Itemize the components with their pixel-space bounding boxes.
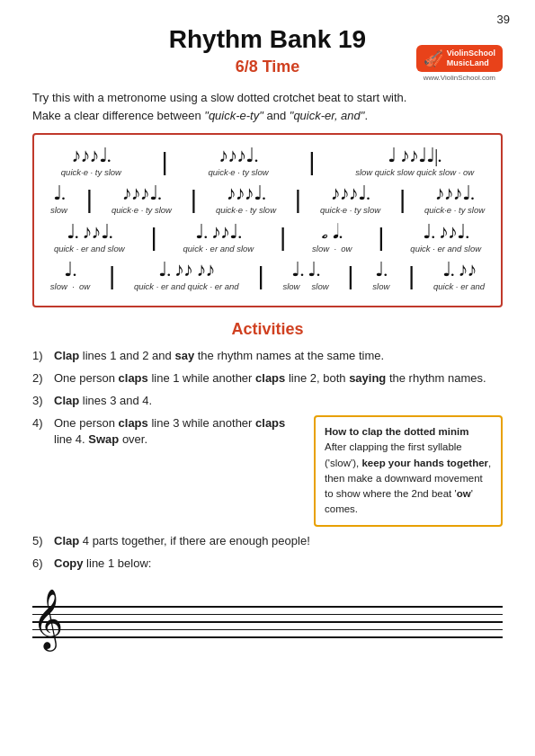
note-group: ♩. ♩. slow slow: [282, 260, 328, 291]
staff-line-1: [32, 606, 503, 608]
note-group: ♩. slow: [50, 183, 67, 215]
staff-line-4: [32, 629, 503, 631]
rhythm-row-2: ♩. slow | ♪♪♪♩. quick·e · ty slow | ♪♪♪♩…: [45, 182, 490, 218]
activity-item-2: 2) One person claps line 1 while another…: [32, 370, 503, 387]
activity-item-6: 6) Copy line 1 below:: [32, 556, 503, 572]
page: 39 Rhythm Bank 19 6/8 Time 🎻 ViolinSchoo…: [0, 0, 535, 756]
staff-wrapper: 𝄞: [32, 593, 503, 661]
page-number: 39: [497, 13, 510, 26]
note-group: ♩. ♪♪ quick · er and: [433, 260, 485, 291]
rhythm-row-4: ♩. slow · ow | ♩. ♪♪ ♪♪ quick · er and q…: [45, 258, 490, 294]
note-group: ♪♪♪♩. quick·e · ty slow: [111, 183, 172, 215]
staff-lines: [32, 606, 503, 638]
logo-box: 🎻 ViolinSchool MusicLand: [416, 45, 503, 72]
activity-item-4: 4) How to clap the dotted minim After cl…: [32, 415, 503, 527]
violin-icon: 🎻: [424, 49, 443, 68]
note-group: ♪♪♪♩. quick·e · ty slow: [320, 183, 380, 215]
note-group: ♪♪♪♩. quick·e · ty slow: [61, 146, 121, 177]
intro-text: Try this with a metronome using a slow d…: [32, 89, 503, 124]
note-group: ♩. ♪♪♩. quick · er and slow: [410, 222, 481, 253]
activities-list: 1) Clap lines 1 and 2 and say the rhythm…: [32, 348, 503, 572]
activities-section: 1) Clap lines 1 and 2 and say the rhythm…: [32, 348, 503, 572]
note-group: ♩. ♪♪♩. quick · er and slow: [54, 222, 125, 253]
rhythm-row-3: ♩. ♪♪♩. quick · er and slow | ♩. ♪♪♩. qu…: [45, 220, 490, 256]
note-group: ♩. slow: [372, 260, 389, 291]
note-group: ♩. ♪♪♩. quick · er and slow: [183, 222, 254, 253]
tip-box: How to clap the dotted minim After clapp…: [314, 415, 503, 527]
activity-item-5: 5) Clap 4 parts together, if there are e…: [32, 533, 503, 549]
activity-item-1: 1) Clap lines 1 and 2 and say the rhythm…: [32, 348, 503, 364]
note-group: ♪♪♪♩. quick·e · ty slow: [424, 183, 485, 215]
logo-area: 🎻 ViolinSchool MusicLand www.ViolinSchoo…: [416, 45, 503, 82]
staff-line-5: [32, 636, 503, 638]
logo-url: www.ViolinSchool.com: [416, 74, 503, 82]
staff-line-3: [32, 621, 503, 623]
note-group: ♩. slow · ow: [50, 260, 90, 291]
rhythm-box: ♪♪♪♩. quick·e · ty slow | ♪♪♪♩. quick·e …: [32, 133, 503, 307]
rhythm-row-1: ♪♪♪♩. quick·e · ty slow | ♪♪♪♩. quick·e …: [45, 144, 490, 180]
note-group: 𝅗. ♩. slow · ow: [312, 222, 352, 253]
tip-title: How to clap the dotted minim: [325, 426, 468, 437]
logo-text: ViolinSchool MusicLand: [447, 49, 495, 68]
note-group: ♩. ♪♪ ♪♪ quick · er and quick · er and: [134, 260, 239, 291]
note-group: ♪♪♪♩. quick·e · ty slow: [208, 146, 268, 177]
activity-item-3: 3) Clap lines 3 and 4.: [32, 393, 503, 409]
staff-area: 𝄞: [32, 593, 503, 661]
staff-line-2: [32, 614, 503, 616]
note-group: ♩ ♪♪♩♩|. slow quick slow quick slow · ow: [355, 146, 474, 177]
note-group: ♪♪♪♩. quick·e · ty slow: [216, 183, 276, 215]
activities-title: Activities: [32, 320, 503, 339]
